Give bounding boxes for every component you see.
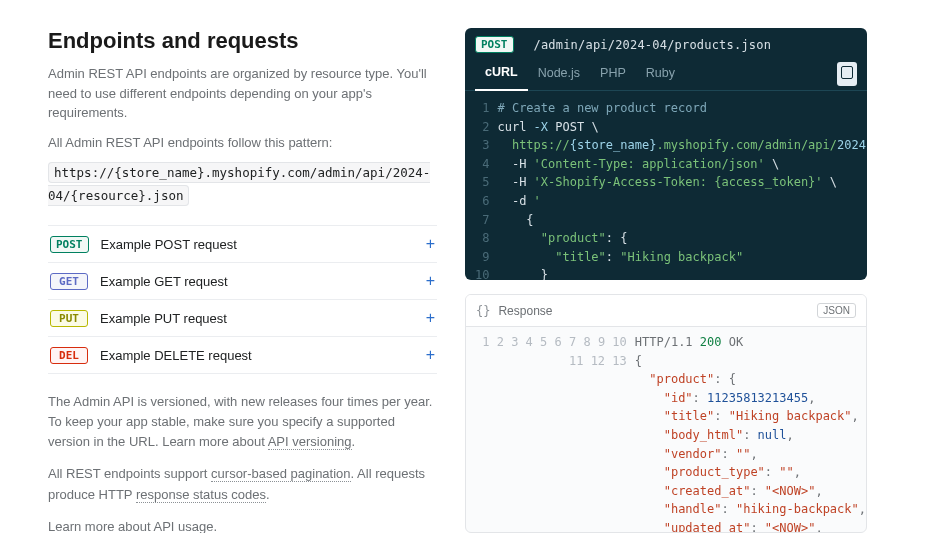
usage-note: Learn more about API usage. [48, 517, 437, 533]
pagination-note: All REST endpoints support cursor-based … [48, 464, 437, 504]
example-request-list: POSTExample POST request+GETExample GET … [48, 225, 437, 374]
request-code-lines: # Create a new product record curl -X PO… [497, 99, 867, 280]
example-request-label: Example DELETE request [100, 348, 426, 363]
expand-icon[interactable]: + [426, 272, 435, 290]
example-request-label: Example PUT request [100, 311, 426, 326]
page-title: Endpoints and requests [48, 28, 437, 54]
language-tab[interactable]: Ruby [636, 58, 685, 90]
expand-icon[interactable]: + [426, 346, 435, 364]
status-codes-link[interactable]: response status codes [136, 487, 266, 503]
copy-icon[interactable] [837, 62, 857, 86]
pattern-label: All Admin REST API endpoints follow this… [48, 133, 437, 153]
language-tabs: cURLNode.jsPHPRuby [465, 57, 867, 91]
method-badge: PUT [50, 310, 88, 327]
intro-paragraph: Admin REST API endpoints are organized b… [48, 64, 437, 123]
example-request-row[interactable]: GETExample GET request+ [48, 263, 437, 300]
response-line-gutter: 1 2 3 4 5 6 7 8 9 10 11 12 13 [466, 333, 635, 533]
example-request-row[interactable]: PUTExample PUT request+ [48, 300, 437, 337]
cursor-pagination-link[interactable]: cursor-based pagination [211, 466, 350, 482]
response-panel: {} Response JSON 1 2 3 4 5 6 7 8 9 10 11… [465, 294, 867, 533]
expand-icon[interactable]: + [426, 235, 435, 253]
example-request-row[interactable]: DELExample DELETE request+ [48, 337, 437, 374]
language-tab[interactable]: cURL [475, 57, 528, 91]
response-format-pill: JSON [817, 303, 856, 318]
method-badge: DEL [50, 347, 88, 364]
braces-icon: {} [476, 304, 490, 318]
endpoint-pattern-code: https://{store_name}.myshopify.com/admin… [48, 162, 430, 206]
response-code-lines: HTTP/1.1 200 OK { "product": { "id": 112… [635, 333, 866, 533]
language-tab[interactable]: Node.js [528, 58, 590, 90]
request-line-gutter: 1 2 3 4 5 6 7 8 9 10 11 12 [465, 99, 497, 280]
example-request-label: Example POST request [101, 237, 426, 252]
method-badge: POST [50, 236, 89, 253]
versioning-note: The Admin API is versioned, with new rel… [48, 392, 437, 452]
request-path: /admin/api/2024-04/products.json [534, 38, 772, 52]
request-method-badge: POST [475, 36, 514, 53]
api-usage-link[interactable]: API usage [154, 519, 214, 533]
request-code-panel: POST /admin/api/2024-04/products.json cU… [465, 28, 867, 280]
api-versioning-link[interactable]: API versioning [268, 434, 352, 450]
example-request-label: Example GET request [100, 274, 426, 289]
response-label: Response [498, 304, 552, 318]
expand-icon[interactable]: + [426, 309, 435, 327]
method-badge: GET [50, 273, 88, 290]
example-request-row[interactable]: POSTExample POST request+ [48, 226, 437, 263]
language-tab[interactable]: PHP [590, 58, 636, 90]
